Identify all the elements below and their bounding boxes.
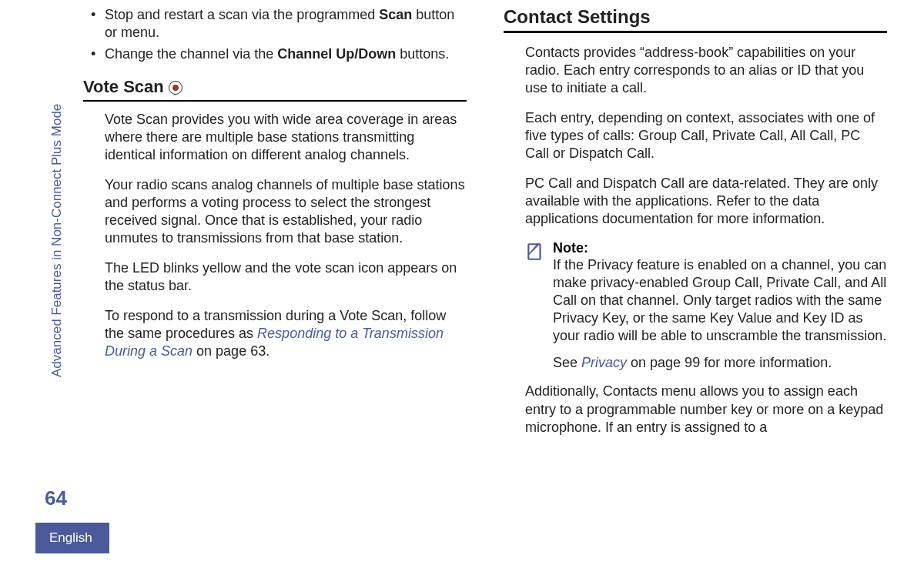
language-tab: English — [35, 523, 109, 553]
left-column: Stop and restart a scan via the programm… — [77, 6, 473, 449]
list-item: Change the channel via the Channel Up/Do… — [105, 45, 467, 63]
list-item-text: buttons. — [396, 46, 449, 62]
note-body: Note: If the Privacy feature is enabled … — [553, 240, 887, 372]
chapter-title-vertical: Advanced Features in Non-Connect Plus Mo… — [49, 104, 65, 377]
paragraph: PC Call and Dispatch Call are data-relat… — [525, 175, 887, 228]
list-item: Stop and restart a scan via the programm… — [105, 6, 467, 41]
note-text-span: See — [553, 355, 581, 370]
paragraph: To respond to a transmission during a Vo… — [105, 307, 467, 360]
svg-rect-0 — [528, 245, 540, 260]
note-text: If the Privacy feature is enabled on a c… — [553, 256, 887, 345]
paragraph: Each entry, depending on context, associ… — [525, 109, 887, 162]
list-item-bold: Channel Up/Down — [277, 46, 396, 62]
paragraph: Your radio scans analog channels of mult… — [105, 176, 467, 247]
bullet-list: Stop and restart a scan via the programm… — [105, 6, 467, 63]
section-heading-vote-scan: Vote Scan — [83, 77, 467, 102]
paragraph: The LED blinks yellow and the vote scan … — [105, 259, 467, 295]
vote-scan-icon — [169, 81, 182, 95]
paragraph: Additionally, Contacts menu allows you t… — [525, 383, 887, 436]
note-label: Note: — [553, 240, 887, 256]
paragraph-text: on page 63. — [192, 343, 270, 359]
paragraph: Vote Scan provides you with wide area co… — [105, 111, 467, 164]
paragraph: Contacts provides “address-book” capabil… — [525, 44, 887, 97]
note-text: See Privacy on page 99 for more informat… — [553, 354, 887, 372]
note-block: Note: If the Privacy feature is enabled … — [525, 240, 887, 372]
page-number: 64 — [45, 486, 67, 510]
list-item-text: Stop and restart a scan via the programm… — [105, 7, 379, 22]
note-text-span: on page 99 for more information. — [627, 355, 832, 370]
page-content: Stop and restart a scan via the programm… — [77, 6, 893, 449]
section-heading-contact-settings: Contact Settings — [504, 6, 887, 33]
note-icon — [525, 242, 545, 262]
list-item-bold: Scan — [379, 7, 412, 22]
cross-reference-link[interactable]: Privacy — [581, 355, 627, 370]
list-item-text: Change the channel via the — [105, 46, 277, 62]
right-column: Contact Settings Contacts provides “addr… — [497, 6, 893, 449]
section-heading-text: Vote Scan — [83, 77, 164, 97]
